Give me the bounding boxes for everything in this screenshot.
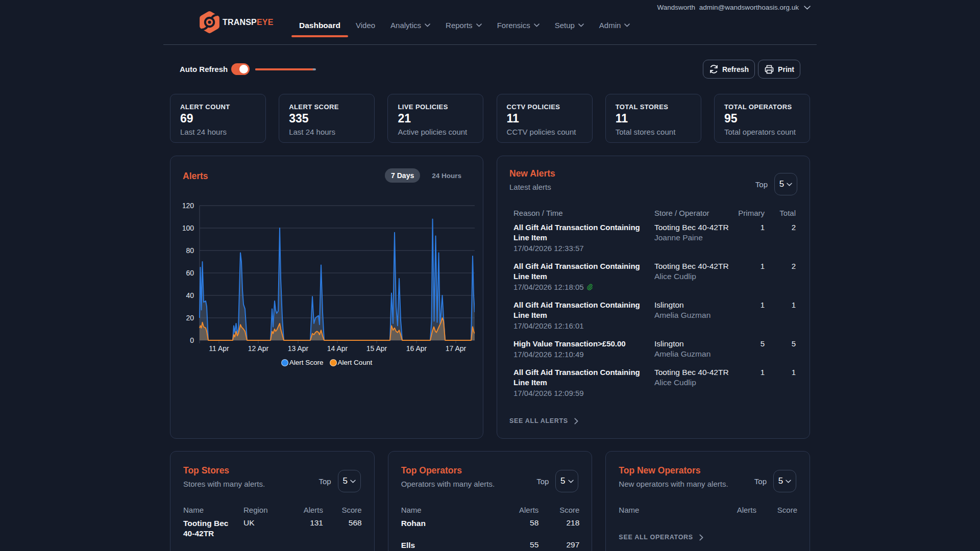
svg-text:12 Apr: 12 Apr [248, 344, 269, 353]
svg-text:20: 20 [186, 314, 194, 322]
svg-text:80: 80 [186, 246, 194, 255]
svg-text:0: 0 [190, 336, 194, 344]
svg-text:100: 100 [183, 224, 194, 232]
svg-text:17 Apr: 17 Apr [446, 344, 467, 353]
svg-text:15 Apr: 15 Apr [366, 344, 387, 353]
svg-text:11 Apr: 11 Apr [209, 344, 229, 353]
svg-text:16 Apr: 16 Apr [406, 344, 427, 353]
svg-text:40: 40 [186, 291, 194, 299]
svg-text:60: 60 [186, 269, 194, 277]
svg-text:120: 120 [183, 202, 194, 210]
svg-text:13 Apr: 13 Apr [288, 344, 309, 353]
svg-text:14 Apr: 14 Apr [327, 344, 348, 353]
